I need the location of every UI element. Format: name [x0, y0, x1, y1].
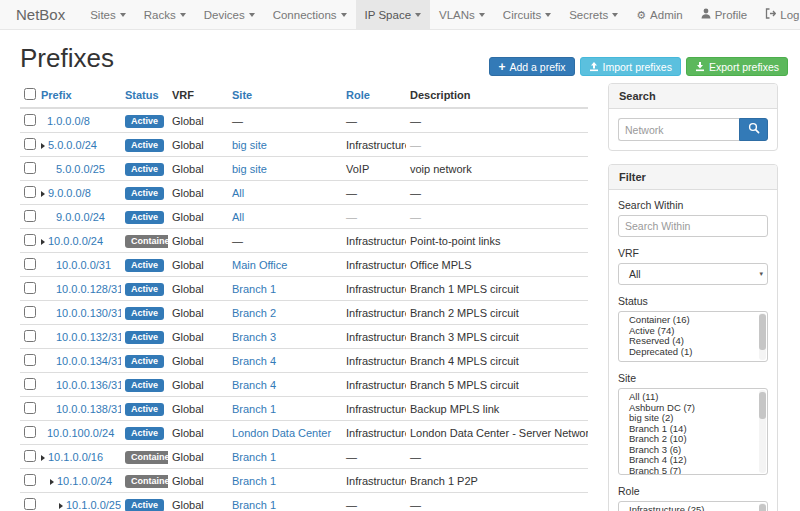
expand-arrow-icon[interactable] — [41, 191, 45, 197]
column-sort-link[interactable]: Role — [346, 89, 370, 101]
prefix-link[interactable]: 9.0.0.0/24 — [56, 211, 105, 223]
row-checkbox[interactable] — [24, 330, 36, 342]
prefix-link[interactable]: 10.0.0.128/31 — [56, 283, 121, 295]
listbox-option[interactable]: big site (2) — [619, 413, 767, 424]
prefix-link[interactable]: 10.0.0.138/31 — [56, 403, 121, 415]
row-checkbox[interactable] — [24, 258, 36, 270]
site-link[interactable]: big site — [232, 139, 267, 151]
site-link[interactable]: Branch 1 — [232, 283, 276, 295]
row-checkbox[interactable] — [24, 162, 36, 174]
export-prefixes-button[interactable]: Export prefixes — [686, 57, 788, 76]
column-sort-link[interactable]: Status — [125, 89, 159, 101]
site-link[interactable]: Branch 4 — [232, 355, 276, 367]
listbox-option[interactable]: Branch 5 (7) — [619, 466, 767, 476]
listbox-option[interactable]: Branch 2 (10) — [619, 434, 767, 445]
listbox-option[interactable]: All (11) — [619, 392, 767, 403]
site-link[interactable]: Branch 4 — [232, 379, 276, 391]
site-cell: London Data Center — [228, 421, 342, 445]
nav-item-sites[interactable]: Sites — [81, 0, 135, 29]
filter-select-vrf[interactable]: All▾ — [618, 263, 768, 285]
nav-item-secrets[interactable]: Secrets — [560, 0, 627, 29]
row-checkbox[interactable] — [24, 450, 36, 462]
scrollbar-track[interactable] — [759, 313, 766, 360]
site-link[interactable]: Branch 3 — [232, 331, 276, 343]
prefix-link[interactable]: 10.0.100.0/24 — [47, 427, 114, 439]
nav-item-connections[interactable]: Connections — [264, 0, 356, 29]
column-sort-link[interactable]: Prefix — [41, 89, 72, 101]
site-link[interactable]: big site — [232, 163, 267, 175]
listbox-option[interactable]: Infrastructure (25) — [619, 505, 767, 511]
prefix-link[interactable]: 10.1.0.0/16 — [48, 451, 103, 463]
site-link[interactable]: Branch 2 — [232, 307, 276, 319]
site-link[interactable]: Branch 1 — [232, 451, 276, 463]
prefix-link[interactable]: 10.1.0.0/24 — [57, 475, 112, 487]
select-all-checkbox[interactable] — [24, 88, 36, 100]
expand-arrow-icon[interactable] — [41, 239, 45, 245]
site-link[interactable]: London Data Center — [232, 427, 331, 439]
scrollbar-thumb[interactable] — [759, 392, 766, 419]
row-checkbox[interactable] — [24, 402, 36, 414]
nav-item-log-out[interactable]: Log out — [756, 0, 800, 29]
prefix-link[interactable]: 10.0.0.132/31 — [56, 331, 121, 343]
row-checkbox[interactable] — [24, 498, 36, 510]
site-cell: Main Office — [228, 253, 342, 277]
status-cell: Active — [121, 253, 168, 277]
prefix-link[interactable]: 10.0.0.134/31 — [56, 355, 121, 367]
expand-arrow-icon[interactable] — [59, 503, 63, 509]
nav-item-devices[interactable]: Devices — [195, 0, 264, 29]
search-button[interactable] — [739, 118, 768, 141]
listbox-option[interactable]: Branch 4 (12) — [619, 455, 767, 466]
status-cell: Active — [121, 493, 168, 511]
row-checkbox[interactable] — [24, 282, 36, 294]
row-checkbox[interactable] — [24, 138, 36, 150]
prefix-link[interactable]: 10.0.0.0/24 — [48, 235, 103, 247]
row-checkbox[interactable] — [24, 186, 36, 198]
row-checkbox[interactable] — [24, 474, 36, 486]
nav-item-admin[interactable]: ⚙︎Admin — [627, 0, 691, 29]
expand-arrow-icon[interactable] — [41, 143, 45, 149]
site-link[interactable]: Branch 1 — [232, 403, 276, 415]
nav-item-profile[interactable]: Profile — [692, 0, 757, 29]
prefix-link[interactable]: 5.0.0.0/24 — [48, 139, 97, 151]
expand-arrow-icon[interactable] — [41, 455, 45, 461]
nav-item-ip-space[interactable]: IP Space — [356, 0, 430, 29]
row-checkbox[interactable] — [24, 378, 36, 390]
listbox-option[interactable]: Container (16) — [619, 315, 767, 326]
import-prefixes-button[interactable]: Import prefixes — [580, 57, 681, 76]
prefix-link[interactable]: 9.0.0.0/8 — [48, 187, 91, 199]
scrollbar-thumb[interactable] — [759, 504, 766, 511]
app-brand[interactable]: NetBox — [0, 0, 81, 29]
row-checkbox[interactable] — [24, 426, 36, 438]
prefix-link[interactable]: 10.0.0.130/31 — [56, 307, 121, 319]
row-checkbox[interactable] — [24, 210, 36, 222]
site-link[interactable]: Main Office — [232, 259, 287, 271]
prefix-link[interactable]: 1.0.0.0/8 — [47, 115, 90, 127]
site-link[interactable]: All — [232, 211, 244, 223]
prefix-link[interactable]: 10.0.0.0/31 — [56, 259, 111, 271]
status-cell: Active — [121, 277, 168, 301]
row-checkbox[interactable] — [24, 354, 36, 366]
column-sort-link[interactable]: Site — [232, 89, 252, 101]
scrollbar-track[interactable] — [759, 503, 766, 511]
row-checkbox[interactable] — [24, 114, 36, 126]
listbox-option[interactable]: Deprecated (1) — [619, 347, 767, 358]
expand-arrow-icon[interactable] — [50, 479, 54, 485]
prefix-link[interactable]: 10.1.0.0/25 — [66, 499, 121, 511]
row-checkbox[interactable] — [24, 306, 36, 318]
status-badge: Active — [125, 379, 164, 392]
nav-item-racks[interactable]: Racks — [135, 0, 195, 29]
scrollbar-track[interactable] — [759, 390, 766, 473]
site-link[interactable]: All — [232, 187, 244, 199]
scrollbar-thumb[interactable] — [759, 314, 766, 350]
site-link[interactable]: Branch 1 — [232, 475, 276, 487]
add-prefix-button[interactable]: + Add a prefix — [489, 57, 574, 76]
row-checkbox[interactable] — [24, 234, 36, 246]
nav-item-vlans[interactable]: VLANs — [430, 0, 494, 29]
search-input[interactable] — [618, 118, 739, 141]
prefix-link[interactable]: 5.0.0.0/25 — [56, 163, 105, 175]
prefix-link[interactable]: 10.0.0.136/31 — [56, 379, 121, 391]
nav-item-circuits[interactable]: Circuits — [494, 0, 560, 29]
site-link[interactable]: Branch 1 — [232, 499, 276, 511]
listbox-option[interactable]: Reserved (4) — [619, 336, 767, 347]
filter-input-search-within[interactable] — [618, 215, 768, 237]
